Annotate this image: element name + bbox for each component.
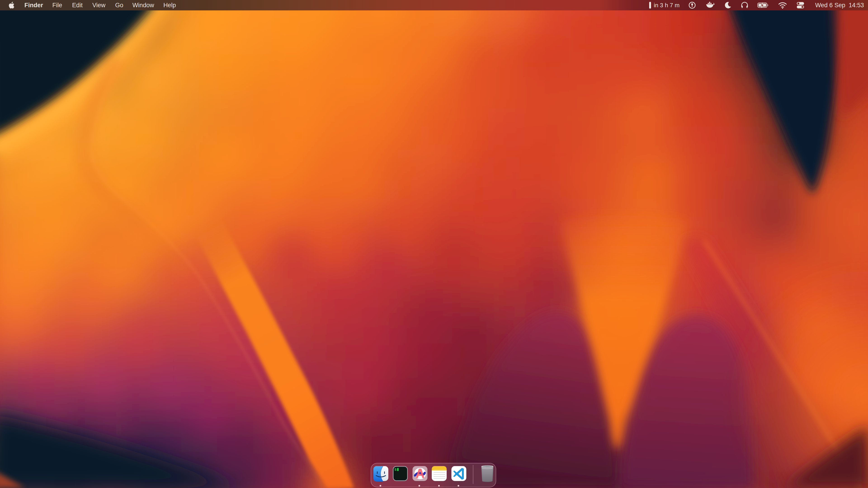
svg-text:$: $ bbox=[395, 468, 396, 471]
